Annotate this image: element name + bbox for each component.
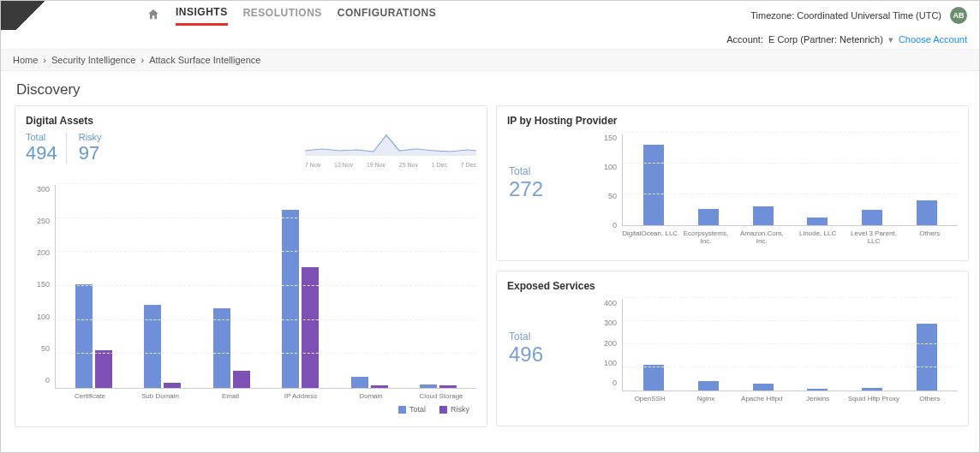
bar-group	[335, 377, 404, 388]
x-tick: Others	[902, 395, 958, 402]
x-tick: Others	[902, 229, 958, 245]
sparkline-ticks: 7 Nov 13 Nov 19 Nov 25 Nov 1 Dec 7 Dec	[305, 162, 476, 168]
nav-configurations[interactable]: CONFIGURATIONS	[338, 7, 436, 24]
y-tick: 300	[26, 185, 50, 194]
stat-risky-label: Risky	[79, 132, 102, 142]
breadcrumb-sep: ›	[43, 55, 46, 65]
bar-group	[59, 284, 128, 388]
card-digital-assets: Digital Assets Total 494 Risky 97	[15, 105, 487, 427]
ip-total-value: 272	[509, 177, 543, 201]
x-tick: Squid Http Proxy	[846, 395, 901, 402]
y-tick: 400	[593, 299, 617, 307]
card-title: Exposed Services	[507, 280, 958, 292]
x-tick: Ecorpsystems, Inc.	[678, 229, 733, 245]
bar[interactable]	[164, 383, 181, 388]
x-tick: Email	[195, 392, 266, 400]
bar[interactable]	[753, 206, 774, 225]
exposed-total-value: 496	[509, 343, 543, 367]
x-tick: Sub Domain	[125, 392, 195, 400]
chart-legend: Total Risky	[26, 405, 469, 414]
bar[interactable]	[807, 389, 828, 390]
bar[interactable]	[95, 350, 112, 388]
bar[interactable]	[439, 385, 457, 388]
bar[interactable]	[75, 284, 93, 388]
exposed-total: Total 496	[509, 331, 543, 367]
brand-wedge	[1, 1, 52, 30]
bar[interactable]	[698, 381, 719, 390]
chevron-down-icon[interactable]: ▾	[888, 34, 893, 45]
avatar[interactable]: AB	[950, 7, 967, 24]
nav-resolutions[interactable]: RESOLUTIONS	[243, 7, 322, 24]
y-tick: 50	[26, 344, 50, 353]
bar[interactable]	[420, 384, 437, 388]
x-tick: Level 3 Parent, LLC	[846, 229, 901, 245]
x-tick: Certificate	[55, 392, 125, 400]
y-tick: 300	[593, 319, 617, 327]
topbar-right: Timezone: Coordinated Universal Time (UT…	[750, 7, 967, 24]
card-ip-hosting: IP by Hosting Provider Total 272 0501001…	[496, 105, 969, 261]
bar[interactable]	[917, 324, 937, 390]
bar[interactable]	[144, 305, 161, 388]
bar[interactable]	[643, 365, 664, 390]
stat-total-value: 494	[26, 142, 57, 164]
topbar: INSIGHTS RESOLUTIONS CONFIGURATIONS Time…	[1, 1, 979, 30]
bar-group	[266, 210, 336, 388]
breadcrumb-sep: ›	[140, 55, 144, 65]
exposed-total-label: Total	[509, 331, 543, 343]
bar-group	[736, 384, 791, 390]
breadcrumb: Home › Security Intelligence › Attack Su…	[1, 49, 979, 71]
spark-tick: 19 Nov	[367, 162, 385, 168]
x-labels: DigitalOcean, LLCEcorpsystems, Inc.Amazo…	[622, 229, 958, 245]
ip-total: Total 272	[509, 165, 543, 201]
account-label: Account:	[726, 34, 763, 45]
bar[interactable]	[917, 200, 937, 225]
stat-total: Total 494	[26, 132, 67, 164]
nav-insights[interactable]: INSIGHTS	[176, 6, 228, 26]
bar-group	[899, 200, 954, 225]
top-nav: INSIGHTS RESOLUTIONS CONFIGURATIONS	[146, 6, 436, 26]
page-body: Discovery Digital Assets Total 494 Risky…	[1, 71, 979, 436]
sparkline: 7 Nov 13 Nov 19 Nov 25 Nov 1 Dec 7 Dec	[305, 130, 476, 168]
bar[interactable]	[233, 371, 250, 388]
y-tick: 100	[26, 313, 50, 321]
stat-risky: Risky 97	[79, 132, 111, 164]
bar[interactable]	[862, 388, 882, 390]
y-tick: 150	[593, 134, 617, 142]
timezone-label: Timezone: Coordinated Universal Time (UT…	[750, 10, 941, 21]
y-tick: 0	[593, 221, 617, 229]
y-tick: 100	[593, 163, 617, 171]
bar[interactable]	[807, 218, 828, 225]
page-title: Discovery	[16, 81, 965, 98]
bar-group	[626, 145, 681, 225]
breadcrumb-security[interactable]: Security Intelligence	[51, 55, 135, 65]
breadcrumb-home[interactable]: Home	[13, 55, 38, 65]
chart-exposed-services: 0100200300400OpenSSHNginxApache HttpdJen…	[593, 299, 958, 402]
bar[interactable]	[371, 385, 388, 388]
bar-group	[845, 388, 899, 390]
bar[interactable]	[753, 384, 774, 390]
choose-account-link[interactable]: Choose Account	[899, 34, 967, 45]
x-tick: Linode, LLC	[790, 229, 846, 245]
bar-group	[790, 218, 845, 225]
legend-total: Total	[398, 405, 426, 414]
x-tick: Domain	[336, 392, 406, 400]
spark-tick: 1 Dec	[432, 162, 447, 168]
bar[interactable]	[282, 210, 299, 388]
home-icon[interactable]	[146, 8, 160, 24]
bar[interactable]	[351, 377, 368, 388]
legend-risky: Risky	[439, 405, 469, 414]
card-exposed-services: Exposed Services Total 496 0100200300400…	[496, 271, 969, 426]
bar[interactable]	[862, 210, 882, 225]
account-value: E Corp (Partner: Netenrich)	[768, 34, 883, 45]
bar[interactable]	[698, 209, 719, 225]
x-tick: Jenkins	[790, 395, 846, 402]
x-tick: Nginx	[678, 395, 733, 402]
bar[interactable]	[643, 145, 664, 225]
y-tick: 50	[593, 192, 617, 200]
spark-tick: 25 Nov	[399, 162, 418, 168]
bar-group	[899, 324, 954, 390]
bar-group	[128, 305, 198, 388]
bar[interactable]	[213, 308, 230, 388]
spark-tick: 7 Dec	[461, 162, 476, 168]
x-labels: CertificateSub DomainEmailIP AddressDoma…	[55, 392, 476, 400]
